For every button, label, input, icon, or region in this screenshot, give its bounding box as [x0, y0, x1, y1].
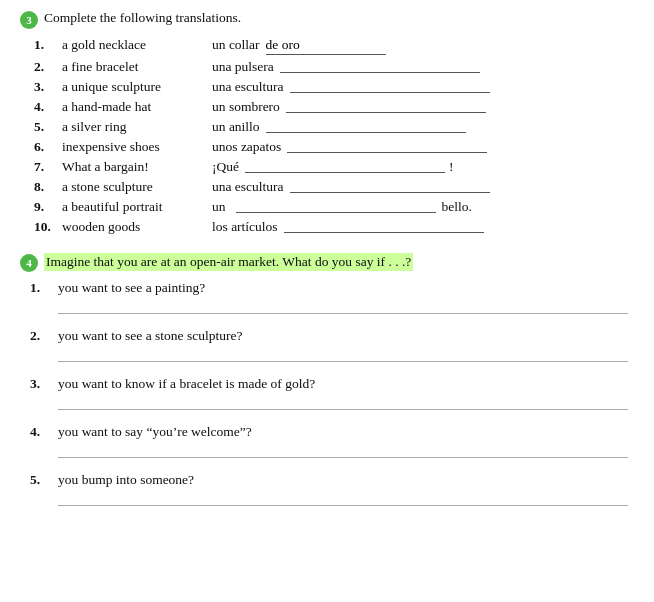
item-english: a hand-made hat [62, 99, 212, 115]
item-spanish: una escultura [212, 79, 634, 95]
section-4-list: 1. you want to see a painting? 2. you wa… [30, 280, 634, 506]
item-spanish: un bello. [212, 199, 634, 215]
answer-line [58, 348, 628, 362]
item-number: 3. [34, 79, 62, 95]
item-suffix: ! [449, 159, 454, 175]
fill-line [236, 212, 436, 213]
list-item: 4. a hand-made hat un sombrero [30, 99, 634, 115]
spanish-prefix: un sombrero [212, 99, 280, 115]
section-3-list: 1. a gold necklace un collar de oro 2. a… [30, 37, 634, 235]
spanish-prefix: un [212, 199, 226, 215]
spanish-prefix: un collar [212, 37, 260, 53]
item-spanish: los artículos [212, 219, 634, 235]
answer-line: de oro [266, 37, 386, 55]
spanish-prefix: los artículos [212, 219, 278, 235]
item-english: a unique sculpture [62, 79, 212, 95]
spanish-prefix: una pulsera [212, 59, 274, 75]
item-number: 5. [34, 119, 62, 135]
list-item: 2. a fine bracelet una pulsera [30, 59, 634, 75]
section-3-instruction: Complete the following translations. [44, 10, 241, 26]
item-number: 1. [34, 37, 62, 53]
fill-line [286, 112, 486, 113]
item-text: you want to see a painting? [58, 280, 205, 296]
list-item: 3. a unique sculpture una escultura [30, 79, 634, 95]
section-4-instruction: Imagine that you are at an open-air mark… [44, 253, 413, 271]
open-item-row: 1. you want to see a painting? [30, 280, 634, 296]
spanish-prefix: ¡Qué [212, 159, 239, 175]
fill-line [287, 152, 487, 153]
list-item: 2. you want to see a stone sculpture? [30, 328, 634, 362]
answer-text: de oro [266, 37, 300, 53]
spanish-prefix: una escultura [212, 79, 284, 95]
item-number: 3. [30, 376, 58, 392]
item-spanish: una pulsera [212, 59, 634, 75]
open-item-row: 2. you want to see a stone sculpture? [30, 328, 634, 344]
item-number: 8. [34, 179, 62, 195]
section-3: 3 Complete the following translations. 1… [20, 10, 634, 235]
item-number: 4. [30, 424, 58, 440]
item-text: you want to say “you’re welcome”? [58, 424, 252, 440]
item-suffix: bello. [442, 199, 472, 215]
open-item-row: 3. you want to know if a bracelet is mad… [30, 376, 634, 392]
list-item: 1. a gold necklace un collar de oro [30, 37, 634, 55]
item-english: a silver ring [62, 119, 212, 135]
item-english: What a bargain! [62, 159, 212, 175]
item-english: a fine bracelet [62, 59, 212, 75]
item-spanish: una escultura [212, 179, 634, 195]
fill-line [266, 132, 466, 133]
item-english: wooden goods [62, 219, 212, 235]
item-number: 2. [34, 59, 62, 75]
item-text: you want to see a stone sculpture? [58, 328, 242, 344]
item-number: 2. [30, 328, 58, 344]
list-item: 7. What a bargain! ¡Qué ! [30, 159, 634, 175]
answer-line [58, 444, 628, 458]
section-4-number: 4 [20, 254, 38, 272]
list-item: 3. you want to know if a bracelet is mad… [30, 376, 634, 410]
list-item: 5. you bump into someone? [30, 472, 634, 506]
answer-line [58, 396, 628, 410]
item-english: a gold necklace [62, 37, 212, 53]
fill-line [290, 192, 490, 193]
open-item-row: 4. you want to say “you’re welcome”? [30, 424, 634, 440]
list-item: 4. you want to say “you’re welcome”? [30, 424, 634, 458]
section-4-header: 4 Imagine that you are at an open-air ma… [20, 253, 634, 272]
answer-line [58, 492, 628, 506]
item-number: 7. [34, 159, 62, 175]
item-number: 10. [34, 219, 62, 235]
item-english: a beautiful portrait [62, 199, 212, 215]
spanish-prefix: unos zapatos [212, 139, 281, 155]
open-item-row: 5. you bump into someone? [30, 472, 634, 488]
item-number: 6. [34, 139, 62, 155]
item-number: 9. [34, 199, 62, 215]
item-spanish: un collar de oro [212, 37, 634, 55]
section-3-header: 3 Complete the following translations. [20, 10, 634, 29]
item-english: a stone sculpture [62, 179, 212, 195]
item-text: you bump into someone? [58, 472, 194, 488]
item-text: you want to know if a bracelet is made o… [58, 376, 315, 392]
spanish-prefix: un anillo [212, 119, 260, 135]
answer-line [58, 300, 628, 314]
fill-line [284, 232, 484, 233]
item-spanish: un sombrero [212, 99, 634, 115]
item-number: 1. [30, 280, 58, 296]
item-number: 5. [30, 472, 58, 488]
item-spanish: ¡Qué ! [212, 159, 634, 175]
item-spanish: unos zapatos [212, 139, 634, 155]
section-4: 4 Imagine that you are at an open-air ma… [20, 253, 634, 506]
item-english: inexpensive shoes [62, 139, 212, 155]
fill-line [280, 72, 480, 73]
item-spanish: un anillo [212, 119, 634, 135]
list-item: 10. wooden goods los artículos [30, 219, 634, 235]
spanish-prefix: una escultura [212, 179, 284, 195]
list-item: 6. inexpensive shoes unos zapatos [30, 139, 634, 155]
fill-line [290, 92, 490, 93]
list-item: 1. you want to see a painting? [30, 280, 634, 314]
item-number: 4. [34, 99, 62, 115]
list-item: 8. a stone sculpture una escultura [30, 179, 634, 195]
fill-line [245, 172, 445, 173]
section-3-number: 3 [20, 11, 38, 29]
list-item: 5. a silver ring un anillo [30, 119, 634, 135]
list-item: 9. a beautiful portrait un bello. [30, 199, 634, 215]
